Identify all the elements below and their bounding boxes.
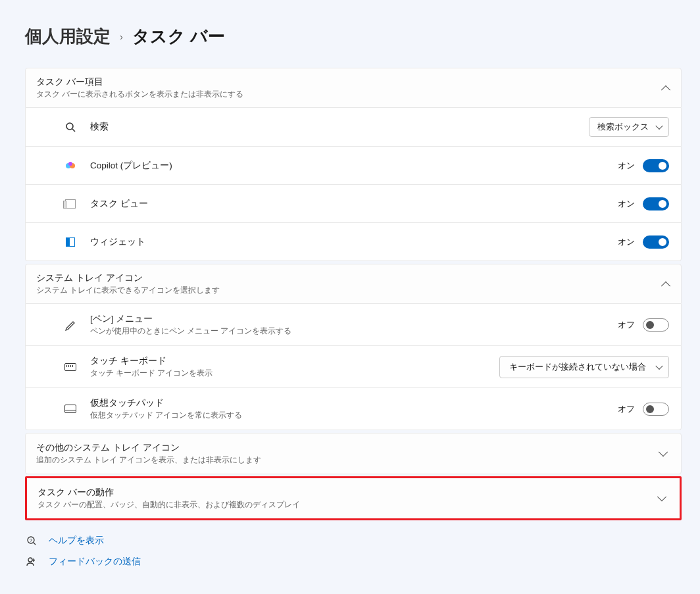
feedback-link[interactable]: フィードバックの送信 <box>25 556 700 568</box>
row-label: [ペン] メニュー <box>90 313 291 325</box>
row-touch-keyboard: タッチ キーボード タッチ キーボード アイコンを表示 キーボードが接続されてい… <box>25 346 682 388</box>
pen-icon <box>64 318 77 332</box>
chevron-up-icon <box>661 85 670 94</box>
help-icon: ? <box>26 535 37 546</box>
row-label: ウィジェット <box>90 236 145 248</box>
keyboard-icon <box>64 360 77 374</box>
toggle-state-label: オン <box>618 198 635 210</box>
svg-line-1 <box>72 129 75 132</box>
toggle-state-label: オン <box>618 160 635 172</box>
row-desc: タッチ キーボード アイコンを表示 <box>90 368 213 378</box>
svg-text:?: ? <box>30 537 33 543</box>
pen-toggle[interactable] <box>643 318 669 332</box>
widgets-icon <box>64 235 77 249</box>
section-header-taskbar-items[interactable]: タスク バー項目 タスク バーに表示されるボタンを表示または非表示にする <box>25 68 682 108</box>
svg-line-7 <box>34 543 36 545</box>
row-copilot: Copilot (プレビュー) オン <box>25 147 682 185</box>
toggle-state-label: オフ <box>618 403 635 415</box>
section-header-other-tray[interactable]: その他のシステム トレイ アイコン 追加のシステム トレイ アイコンを表示、また… <box>25 433 682 474</box>
section-title: タスク バーの動作 <box>38 487 300 499</box>
toggle-state-label: オフ <box>618 319 635 331</box>
row-label: Copilot (プレビュー) <box>90 160 172 172</box>
row-label: タッチ キーボード <box>90 355 213 367</box>
section-title: その他のシステム トレイ アイコン <box>36 442 261 454</box>
svg-point-0 <box>66 123 73 130</box>
breadcrumb-current: タスク バー <box>132 25 225 48</box>
section-desc: 追加のシステム トレイ アイコンを表示、または非表示にします <box>36 455 261 465</box>
help-link[interactable]: ? ヘルプを表示 <box>25 535 700 547</box>
touch-keyboard-select[interactable]: キーボードが接続されていない場合 <box>499 356 669 378</box>
svg-point-4 <box>68 162 72 166</box>
row-widgets: ウィジェット オン <box>25 223 682 261</box>
search-select[interactable]: 検索ボックス <box>589 117 669 137</box>
row-label: 仮想タッチパッド <box>90 397 242 409</box>
row-label: 検索 <box>90 121 109 133</box>
chevron-up-icon <box>661 281 670 290</box>
row-virtual-touchpad: 仮想タッチパッド 仮想タッチパッド アイコンを常に表示する オフ <box>25 388 682 430</box>
touchpad-icon <box>64 403 77 416</box>
chevron-right-icon: › <box>120 31 123 42</box>
section-desc: タスク バーに表示されるボタンを表示または非表示にする <box>36 89 243 99</box>
feedback-icon <box>26 557 37 567</box>
copilot-toggle[interactable] <box>643 159 669 172</box>
taskview-icon <box>64 197 77 210</box>
row-desc: ペンが使用中のときにペン メニュー アイコンを表示する <box>90 326 291 336</box>
svg-point-8 <box>28 558 32 562</box>
touchpad-toggle[interactable] <box>643 403 669 416</box>
search-icon <box>64 120 77 134</box>
section-title: タスク バー項目 <box>36 76 243 88</box>
breadcrumb: 個人用設定 › タスク バー <box>25 25 700 48</box>
row-search: 検索 検索ボックス <box>25 108 682 147</box>
section-desc: システム トレイに表示できるアイコンを選択します <box>36 285 220 295</box>
row-desc: 仮想タッチパッド アイコンを常に表示する <box>90 410 242 420</box>
feedback-link-text: フィードバックの送信 <box>49 556 141 568</box>
section-header-taskbar-behavior[interactable]: タスク バーの動作 タスク バーの配置、バッジ、自動的に非表示、および複数のディ… <box>25 476 682 520</box>
chevron-down-icon <box>659 447 668 457</box>
section-title: システム トレイ アイコン <box>36 272 220 284</box>
row-pen-menu: [ペン] メニュー ペンが使用中のときにペン メニュー アイコンを表示する オフ <box>25 304 682 346</box>
section-desc: タスク バーの配置、バッジ、自動的に非表示、および複数のディスプレイ <box>38 500 300 510</box>
chevron-down-icon <box>657 492 666 501</box>
breadcrumb-root[interactable]: 個人用設定 <box>25 25 111 48</box>
widgets-toggle[interactable] <box>643 235 669 249</box>
toggle-state-label: オン <box>618 236 635 248</box>
row-taskview: タスク ビュー オン <box>25 185 682 223</box>
section-header-tray-icons[interactable]: システム トレイ アイコン システム トレイに表示できるアイコンを選択します <box>25 264 682 304</box>
row-label: タスク ビュー <box>90 198 148 210</box>
taskview-toggle[interactable] <box>643 197 669 210</box>
help-link-text: ヘルプを表示 <box>49 535 104 547</box>
copilot-icon <box>64 159 77 172</box>
